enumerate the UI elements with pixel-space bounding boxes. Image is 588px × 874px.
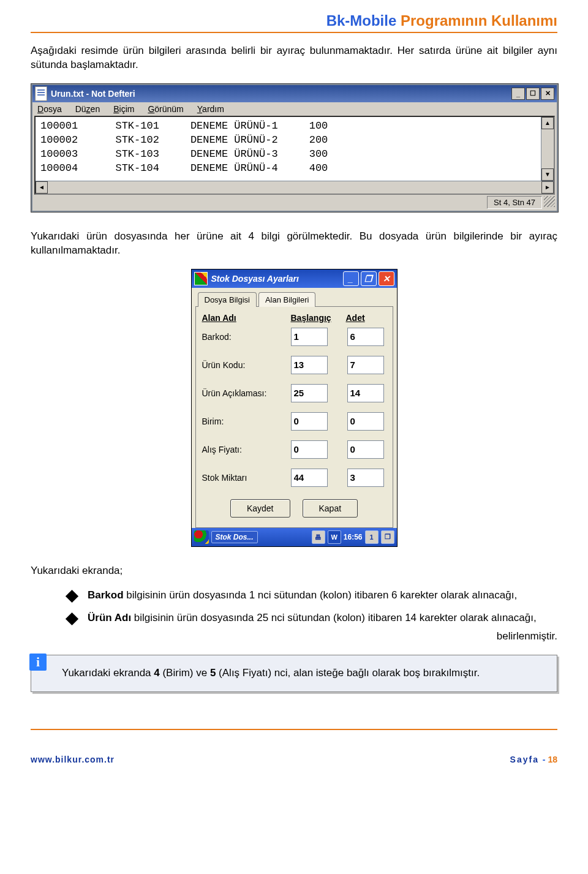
info-icon: i — [29, 654, 47, 671]
dialog-title: Stok Dosyası Ayarları — [211, 274, 299, 284]
horizontal-scrollbar[interactable]: ◄ ► — [36, 181, 554, 194]
dialog-close-button[interactable]: ✕ — [379, 271, 394, 286]
dialog-titlebar[interactable]: Stok Dosyası Ayarları _ ❐ ✕ — [192, 269, 397, 288]
barkod-count-input[interactable] — [347, 328, 384, 346]
np-row: 100003 STK-103 DENEME ÜRÜNÜ-3 300 — [40, 148, 328, 160]
footer-rule — [31, 729, 557, 730]
start-icon[interactable] — [194, 530, 209, 544]
np-row: 100002 STK-102 DENEME ÜRÜNÜ-2 200 — [40, 134, 328, 146]
field-row-urun-kodu: Ürün Kodu: — [202, 356, 386, 374]
birim-start-input[interactable] — [291, 412, 328, 431]
col-adet: Adet — [346, 313, 386, 323]
notepad-statusbar: St 4, Stn 47 — [32, 195, 557, 211]
field-row-stok-miktari: Stok Miktarı — [202, 469, 386, 487]
tray-1-icon[interactable]: 1 — [365, 530, 379, 544]
info-callout: i Yukarıdaki ekranda 4 (Birim) ve 5 (Alı… — [31, 655, 557, 692]
dialog-minimize-button[interactable]: _ — [343, 271, 359, 286]
taskbar-app-button[interactable]: Stok Dos... — [211, 531, 258, 543]
tray: 🖶 W 16:56 1 ❐ — [312, 530, 394, 544]
minimize-button[interactable]: _ — [511, 88, 525, 100]
column-headers: Alan Adı Başlangıç Adet — [202, 313, 386, 323]
right-aligned-word: belirlenmiştir. — [31, 630, 557, 642]
paragraph-2: Yukarıdaki ürün dosyasında her ürüne ait… — [31, 230, 557, 258]
stok-miktari-count-input[interactable] — [347, 469, 384, 487]
footer-url: www.bilkur.com.tr — [31, 755, 115, 764]
col-alan-adi: Alan Adı — [202, 313, 291, 323]
urun-aciklamasi-start-input[interactable] — [291, 384, 328, 402]
tray-w-icon[interactable]: W — [328, 530, 341, 544]
page-footer: www.bilkur.com.tr Sayfa - 18 — [31, 755, 557, 764]
taskbar: Stok Dos... 🖶 W 16:56 1 ❐ — [192, 528, 397, 546]
stok-dialog: Stok Dosyası Ayarları _ ❐ ✕ Dosya Bilgis… — [191, 269, 398, 547]
vertical-scrollbar[interactable]: ▲ ▼ — [541, 117, 554, 181]
diamond-bullet-icon — [66, 590, 78, 603]
alis-fiyati-start-input[interactable] — [291, 440, 328, 459]
np-row: 100001 STK-101 DENEME ÜRÜNÜ-1 100 — [40, 120, 328, 132]
paragraph-3: Yukarıdaki ekranda; — [31, 564, 557, 578]
scroll-right-icon[interactable]: ► — [541, 181, 554, 194]
taskbar-clock: 16:56 — [344, 533, 363, 541]
scroll-left-icon[interactable]: ◄ — [36, 181, 48, 194]
menu-dosya[interactable]: Dosya — [37, 104, 62, 114]
tabstrip: Dosya Bilgisi Alan Bilgileri — [192, 292, 397, 306]
header-blue: Bk-Mobile — [326, 12, 397, 29]
menu-gorunum[interactable]: Görünüm — [148, 104, 183, 114]
menu-bicim[interactable]: Biçim — [113, 104, 134, 114]
scroll-down-icon[interactable]: ▼ — [541, 168, 554, 181]
urun-kodu-count-input[interactable] — [347, 356, 384, 374]
field-label: Ürün Açıklaması: — [202, 388, 291, 398]
header-rule — [31, 32, 557, 33]
menu-yardim[interactable]: Yardım — [197, 104, 224, 114]
alis-fiyati-count-input[interactable] — [347, 440, 384, 459]
diamond-bullet-icon — [66, 612, 78, 625]
bullet-item: Ürün Adı bilgisinin ürün dosyasında 25 n… — [67, 611, 557, 625]
field-label: Stok Miktarı — [202, 473, 291, 483]
tab-panel: Alan Adı Başlangıç Adet Barkod: Ürün Kod… — [195, 306, 393, 528]
tray-printer-icon[interactable]: 🖶 — [312, 530, 325, 544]
save-button[interactable]: Kaydet — [230, 499, 290, 518]
page-header: Bk-Mobile Programının Kullanımı — [31, 0, 557, 29]
maximize-button[interactable]: ☐ — [526, 88, 540, 100]
header-orange: Programının Kullanımı — [396, 12, 557, 29]
notepad-title: Urun.txt - Not Defteri — [51, 89, 135, 99]
col-baslangic: Başlangıç — [291, 313, 346, 323]
field-row-alis-fiyati: Alış Fiyatı: — [202, 440, 386, 459]
status-cursor: St 4, Stn 47 — [487, 196, 542, 209]
scroll-up-icon[interactable]: ▲ — [541, 117, 554, 129]
bullet-list: Barkod bilgisinin ürün dosyasında 1 nci … — [67, 589, 557, 625]
np-row: 100004 STK-104 DENEME ÜRÜNÜ-4 400 — [40, 162, 328, 174]
dialog-icon — [194, 272, 208, 285]
bullet-item: Barkod bilgisinin ürün dosyasında 1 nci … — [67, 589, 557, 603]
field-label: Barkod: — [202, 332, 291, 342]
notepad-text[interactable]: 100001 STK-101 DENEME ÜRÜNÜ-1 100 100002… — [36, 117, 541, 181]
tab-dosya-bilgisi[interactable]: Dosya Bilgisi — [198, 292, 257, 307]
dialog-maximize-button[interactable]: ❐ — [361, 271, 377, 286]
field-label: Ürün Kodu: — [202, 360, 291, 370]
notepad-icon — [35, 86, 47, 101]
tab-alan-bilgileri[interactable]: Alan Bilgileri — [258, 292, 316, 307]
close-dialog-button[interactable]: Kapat — [303, 499, 358, 518]
paragraph-1: Aşağıdaki resimde ürün bilgileri arasınd… — [31, 44, 557, 72]
field-label: Alış Fiyatı: — [202, 445, 291, 454]
field-row-barkod: Barkod: — [202, 328, 386, 346]
footer-pageno: Sayfa - 18 — [510, 755, 557, 764]
close-button[interactable]: ✕ — [541, 88, 554, 100]
menu-duzen[interactable]: Düzen — [75, 104, 100, 114]
stok-miktari-start-input[interactable] — [291, 469, 328, 487]
field-label: Birim: — [202, 416, 291, 426]
callout-text: Yukarıdaki ekranda 4 (Birim) ve 5 (Alış … — [62, 666, 545, 680]
birim-count-input[interactable] — [347, 412, 384, 431]
barkod-start-input[interactable] — [291, 328, 328, 346]
notepad-menubar: Dosya Düzen Biçim Görünüm Yardım — [32, 102, 557, 116]
resize-grip-icon[interactable] — [544, 196, 555, 207]
tray-windows-icon[interactable]: ❐ — [381, 530, 394, 544]
notepad-titlebar[interactable]: Urun.txt - Not Defteri _ ☐ ✕ — [32, 85, 557, 102]
urun-aciklamasi-count-input[interactable] — [347, 384, 384, 402]
notepad-window: Urun.txt - Not Defteri _ ☐ ✕ Dosya Düzen… — [31, 83, 559, 213]
urun-kodu-start-input[interactable] — [291, 356, 328, 374]
field-row-birim: Birim: — [202, 412, 386, 431]
field-row-urun-aciklamasi: Ürün Açıklaması: — [202, 384, 386, 402]
